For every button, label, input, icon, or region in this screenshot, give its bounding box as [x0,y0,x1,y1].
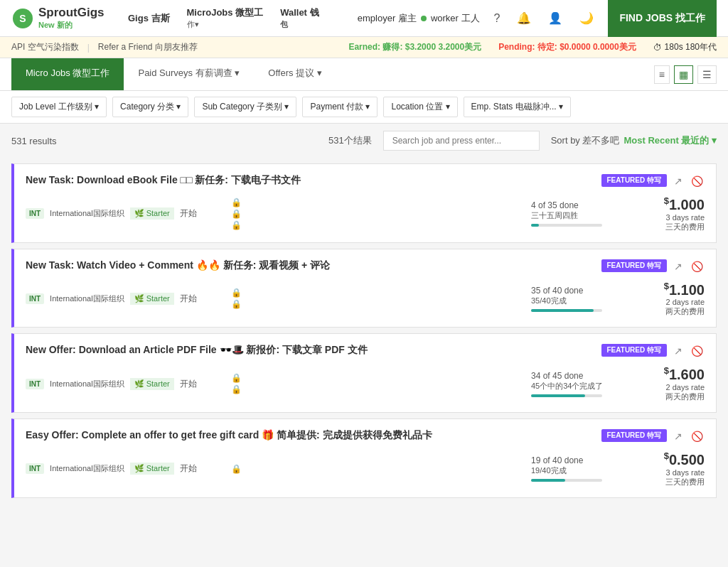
done-text: 35 of 40 done [531,286,583,296]
tag-starter: 🌿 Starter [130,378,174,390]
job-stats: 35 of 40 done 35/40完成 [531,286,616,312]
timer-value: 180s 180年代 [665,41,717,53]
job-card: New Offer: Download an Article PDF File … [11,333,717,413]
done-cn: 三十五周四胜 [531,210,578,221]
done-cn: 19/40完成 [531,465,567,476]
hide-icon[interactable]: 🚫 [690,174,705,188]
find-jobs-button[interactable]: FIND JOBS 找工作 [608,0,717,37]
job-title: New Task: Download eBook File □□ 新任务: 下载… [26,174,596,187]
nav-gigs[interactable]: Gigs 吉斯 [128,12,170,25]
help-icon[interactable]: ? [491,9,503,28]
price-rate-cn: 两天的费用 [665,392,705,402]
progress-bar-bg [531,479,602,482]
timer-icon: ⏱ [653,43,662,53]
job-title: New Task: Watch Video + Comment 🔥🔥 新任务: … [26,259,596,272]
view-grid-icon[interactable]: ▦ [674,65,693,84]
tab-offers[interactable]: Offers 提议 ▾ [254,58,336,90]
hide-icon[interactable]: 🚫 [690,344,705,358]
search-input[interactable] [383,131,540,151]
tag-starter: 🌿 Starter [130,207,174,220]
tag-int: INT [26,379,44,389]
hide-icon[interactable]: 🚫 [690,429,705,443]
job-tags: INT International国际组织 🌿 Starter 开始 [26,378,197,390]
header-right: employer 雇主 worker 工人 ? 🔔 👤 🌙 FIND JOBS … [358,0,717,37]
lock-icons: 🔒🔒 [231,288,242,309]
job-price: $1.600 2 days rate 两天的费用 [633,365,705,402]
progress-bar-fill [531,394,585,397]
lock-icon: 🔒 [231,198,242,207]
job-card-actions: ↗ 🚫 [673,174,705,188]
featured-badge: FEATURED 特写 [601,174,667,187]
tag-starter: 🌿 Starter [130,463,174,475]
dark-mode-icon[interactable]: 🌙 [577,9,596,28]
job-card-header: New Offer: Download an Article PDF File … [26,344,705,358]
featured-badge: FEATURED 特写 [601,259,667,272]
profile-icon[interactable]: 👤 [545,9,565,28]
price-rate: 3 days rate [666,468,705,477]
job-card-actions: ↗ 🚫 [673,259,705,274]
price-amount: $1.600 [664,365,705,383]
featured-badge: FEATURED 特写 [601,429,667,442]
price-amount: $1.000 [664,195,705,213]
worker-dot [421,16,427,21]
job-list: New Task: Download eBook File □□ 新任务: 下载… [0,158,728,504]
filter-job-level[interactable]: Job Level 工作级别 ▾ [11,97,107,117]
bell-icon[interactable]: 🔔 [514,9,534,28]
api-link[interactable]: API 空气污染指数 [11,41,79,53]
tab-microjobs[interactable]: Micro Jobs 微型工作 [11,58,124,90]
logo-name: SproutGigs [38,6,105,20]
price-amount: $0.500 [664,450,705,468]
job-card-actions: ↗ 🚫 [673,344,705,358]
external-link-icon[interactable]: ↗ [673,259,684,274]
progress-bar-fill [531,479,565,482]
tag-int: INT [26,293,44,304]
view-toggle: ≡ ▦ ☰ [654,65,717,84]
lock-icons: 🔒🔒 [231,373,242,394]
tab-surveys[interactable]: Paid Surveys 有薪调查 ▾ [124,58,254,90]
job-tags: INT International国际组织 🌿 Starter 开始 [26,463,197,475]
lock-icon: 🔒 [231,384,242,394]
hide-icon[interactable]: 🚫 [690,259,705,274]
price-rate-cn: 三天的费用 [665,477,705,487]
view-compact-icon[interactable]: ☰ [697,65,717,84]
tag-int: INT [26,463,44,474]
filter-subcategory[interactable]: Sub Category 子类别 ▾ [194,97,296,117]
filter-category[interactable]: Category 分类 ▾ [112,97,188,117]
featured-badge: FEATURED 特写 [601,344,667,357]
sprout-icon: S [11,7,34,30]
job-card-header: New Task: Download eBook File □□ 新任务: 下载… [26,174,705,188]
job-title: Easy Offer: Complete an offer to get fre… [26,429,596,442]
job-stats: 19 of 40 done 19/40完成 [531,455,616,482]
tag-int-label: International国际组织 [50,379,124,389]
view-list-icon[interactable]: ≡ [654,65,670,84]
results-count: 531 results [11,136,57,146]
pending-display: Pending: 待定: $0.0000 0.0000美元 [498,41,636,53]
job-card-header: New Task: Watch Video + Comment 🔥🔥 新任务: … [26,259,705,274]
job-card-actions: ↗ 🚫 [673,429,705,443]
lock-icon: 🔒 [231,464,242,474]
sub-header-links: API 空气污染指数 | Refer a Friend 向朋友推荐 [11,41,198,53]
nav-wallet[interactable]: Wallet 钱 包 [280,6,318,30]
job-card-body: INT International国际组织 🌿 Starter 开始 🔒🔒🔒 4… [26,195,705,232]
sub-header: API 空气污染指数 | Refer a Friend 向朋友推荐 Earned… [0,37,728,58]
nav-microjobs[interactable]: MicroJobs 微型工 作▾ [187,6,264,30]
external-link-icon[interactable]: ↗ [673,429,684,443]
employer-label: employer 雇主 [358,12,417,25]
filter-payment[interactable]: Payment 付款 ▾ [302,97,378,117]
job-card-header: Easy Offer: Complete an offer to get fre… [26,429,705,443]
price-rate-cn: 两天的费用 [665,306,705,317]
external-link-icon[interactable]: ↗ [673,344,684,358]
job-price: $1.000 3 days rate 三天的费用 [633,195,705,232]
tag-start-cn: 开始 [180,207,197,220]
filter-location[interactable]: Location 位置 ▾ [383,97,457,117]
tag-int-label: International国际组织 [50,463,124,474]
external-link-icon[interactable]: ↗ [673,174,684,188]
job-tags: INT International国际组织 🌿 Starter 开始 [26,207,197,220]
refer-link[interactable]: Refer a Friend 向朋友推荐 [98,41,198,53]
svg-text:S: S [19,13,26,24]
worker-label: worker 工人 [431,12,480,25]
job-card: New Task: Watch Video + Comment 🔥🔥 新任务: … [11,249,717,328]
filter-emp-stats[interactable]: Emp. Stats 电磁脉冲... ▾ [464,97,571,117]
sort-value[interactable]: Most Recent 最近的 ▾ [623,134,717,147]
job-card-body: INT International国际组织 🌿 Starter 开始 🔒 19 … [26,450,705,487]
